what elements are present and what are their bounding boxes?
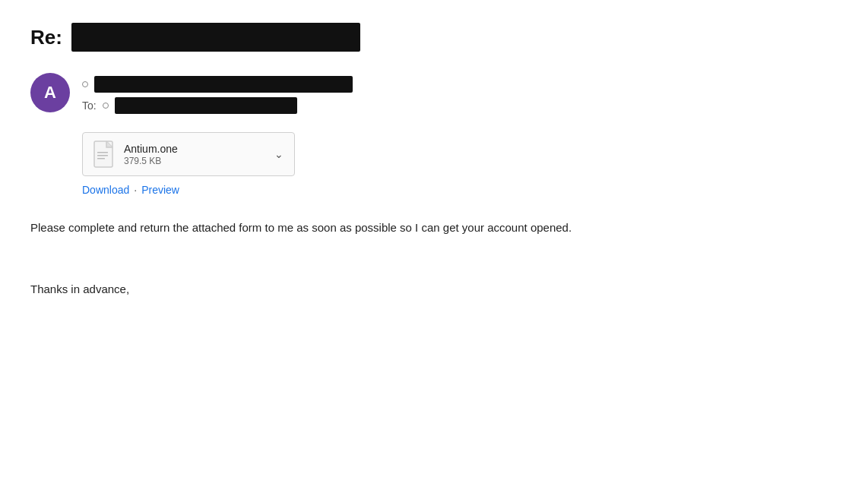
attachment-actions: Download · Preview (82, 184, 838, 196)
svg-rect-3 (97, 158, 105, 159)
preview-link[interactable]: Preview (141, 184, 179, 196)
to-label: To: (82, 99, 97, 112)
subject-redacted (71, 23, 360, 52)
action-separator: · (134, 184, 137, 196)
svg-rect-1 (97, 152, 108, 153)
body-paragraph: Please complete and return the attached … (30, 219, 838, 237)
sender-bullet (82, 81, 88, 87)
attachment-info: Antium.one 379.5 KB (124, 143, 178, 166)
sender-redacted (94, 76, 353, 93)
email-body: Please complete and return the attached … (30, 219, 838, 295)
attachment-name: Antium.one (124, 143, 178, 155)
to-bullet (103, 103, 109, 109)
attachment-left: Antium.one 379.5 KB (93, 140, 178, 168)
subject-label: Re: (30, 26, 62, 49)
sender-info: To: (82, 73, 353, 114)
download-link[interactable]: Download (82, 184, 129, 196)
svg-rect-2 (97, 155, 108, 156)
sender-row (82, 76, 353, 93)
email-meta: A To: (30, 73, 838, 114)
file-icon (93, 140, 116, 168)
to-redacted (115, 97, 297, 114)
sign-off: Thanks in advance, (30, 283, 838, 295)
chevron-down-icon[interactable]: ⌄ (274, 148, 284, 160)
to-row: To: (82, 97, 353, 114)
avatar: A (30, 73, 70, 112)
attachment-area: Antium.one 379.5 KB ⌄ Download · Preview (82, 132, 838, 196)
attachment-card: Antium.one 379.5 KB ⌄ (82, 132, 295, 176)
attachment-size: 379.5 KB (124, 156, 178, 166)
email-subject: Re: (30, 23, 838, 52)
